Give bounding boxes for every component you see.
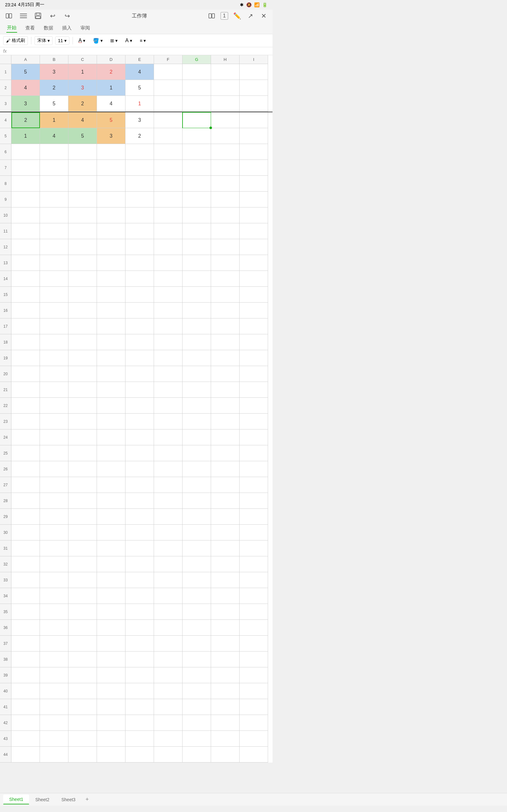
cell-h17[interactable] bbox=[211, 318, 239, 334]
cell-e6[interactable] bbox=[125, 144, 154, 160]
font-selector[interactable]: 宋体 ▾ bbox=[35, 36, 53, 45]
cell-c34[interactable] bbox=[68, 588, 97, 604]
cell-b39[interactable] bbox=[40, 667, 68, 683]
cell-f31[interactable] bbox=[154, 541, 182, 556]
cell-g5[interactable] bbox=[182, 128, 211, 144]
cell-f22[interactable] bbox=[154, 398, 182, 414]
cell-h5[interactable] bbox=[211, 128, 239, 144]
cell-b38[interactable] bbox=[40, 652, 68, 667]
cell-g30[interactable] bbox=[182, 525, 211, 541]
cell-i38[interactable] bbox=[239, 652, 268, 667]
cell-d13[interactable] bbox=[97, 255, 125, 271]
cell-d28[interactable] bbox=[97, 493, 125, 509]
cell-a40[interactable] bbox=[11, 683, 40, 699]
cell-c23[interactable] bbox=[68, 414, 97, 429]
cell-f30[interactable] bbox=[154, 525, 182, 541]
cell-e37[interactable] bbox=[125, 636, 154, 652]
cell-f10[interactable] bbox=[154, 207, 182, 223]
cell-d27[interactable] bbox=[97, 477, 125, 493]
cell-e44[interactable] bbox=[125, 747, 154, 763]
cell-i39[interactable] bbox=[239, 667, 268, 683]
cell-a11[interactable] bbox=[11, 223, 40, 239]
cell-g36[interactable] bbox=[182, 620, 211, 636]
cell-i2[interactable] bbox=[239, 80, 268, 96]
cell-a27[interactable] bbox=[11, 477, 40, 493]
cell-d22[interactable] bbox=[97, 398, 125, 414]
cell-c36[interactable] bbox=[68, 620, 97, 636]
cell-i7[interactable] bbox=[239, 160, 268, 176]
cell-g44[interactable] bbox=[182, 747, 211, 763]
col-header-e[interactable]: E bbox=[125, 55, 154, 64]
cell-e32[interactable] bbox=[125, 556, 154, 572]
cell-f39[interactable] bbox=[154, 667, 182, 683]
cell-g37[interactable] bbox=[182, 636, 211, 652]
cell-b5[interactable]: 4 bbox=[40, 128, 68, 144]
cell-i25[interactable] bbox=[239, 445, 268, 461]
cell-a2[interactable]: 4 bbox=[11, 80, 40, 96]
cell-i41[interactable] bbox=[239, 699, 268, 715]
cell-d42[interactable] bbox=[97, 715, 125, 731]
cell-f16[interactable] bbox=[154, 303, 182, 318]
cell-d16[interactable] bbox=[97, 303, 125, 318]
cell-i14[interactable] bbox=[239, 271, 268, 287]
cell-b19[interactable] bbox=[40, 350, 68, 366]
cell-a17[interactable] bbox=[11, 318, 40, 334]
cell-f4[interactable] bbox=[154, 112, 182, 128]
cell-b27[interactable] bbox=[40, 477, 68, 493]
cell-g29[interactable] bbox=[182, 509, 211, 525]
cell-i15[interactable] bbox=[239, 287, 268, 303]
cell-d2[interactable]: 1 bbox=[97, 80, 125, 96]
cell-e42[interactable] bbox=[125, 715, 154, 731]
cell-c14[interactable] bbox=[68, 271, 97, 287]
cell-g3[interactable] bbox=[182, 96, 211, 112]
format-painter-btn[interactable]: 🖌 格式刷 bbox=[3, 36, 28, 45]
cell-f33[interactable] bbox=[154, 572, 182, 588]
cell-f32[interactable] bbox=[154, 556, 182, 572]
cell-f2[interactable] bbox=[154, 80, 182, 96]
cell-h11[interactable] bbox=[211, 223, 239, 239]
col-header-i[interactable]: I bbox=[239, 55, 268, 64]
cell-h7[interactable] bbox=[211, 160, 239, 176]
cell-a34[interactable] bbox=[11, 588, 40, 604]
cell-a18[interactable] bbox=[11, 334, 40, 350]
cell-h23[interactable] bbox=[211, 414, 239, 429]
cell-a22[interactable] bbox=[11, 398, 40, 414]
cell-f9[interactable] bbox=[154, 192, 182, 207]
col-header-d[interactable]: D bbox=[97, 55, 125, 64]
cell-h16[interactable] bbox=[211, 303, 239, 318]
cell-g4[interactable] bbox=[182, 112, 211, 128]
cell-b43[interactable] bbox=[40, 731, 68, 747]
cell-g35[interactable] bbox=[182, 604, 211, 620]
fill-color-btn[interactable]: 🪣 ▾ bbox=[90, 37, 105, 45]
cell-c21[interactable] bbox=[68, 382, 97, 398]
cell-b24[interactable] bbox=[40, 429, 68, 445]
cell-c38[interactable] bbox=[68, 652, 97, 667]
cell-h39[interactable] bbox=[211, 667, 239, 683]
cell-i4[interactable] bbox=[239, 112, 268, 128]
cell-i34[interactable] bbox=[239, 588, 268, 604]
cell-i8[interactable] bbox=[239, 176, 268, 192]
cell-a19[interactable] bbox=[11, 350, 40, 366]
cell-c30[interactable] bbox=[68, 525, 97, 541]
cell-e10[interactable] bbox=[125, 207, 154, 223]
cell-h43[interactable] bbox=[211, 731, 239, 747]
cell-c35[interactable] bbox=[68, 604, 97, 620]
cell-e40[interactable] bbox=[125, 683, 154, 699]
cell-d38[interactable] bbox=[97, 652, 125, 667]
cell-a41[interactable] bbox=[11, 699, 40, 715]
cell-b16[interactable] bbox=[40, 303, 68, 318]
cell-c26[interactable] bbox=[68, 461, 97, 477]
cell-d26[interactable] bbox=[97, 461, 125, 477]
cell-g39[interactable] bbox=[182, 667, 211, 683]
cell-e35[interactable] bbox=[125, 604, 154, 620]
cell-i1[interactable] bbox=[239, 64, 268, 80]
cell-a9[interactable] bbox=[11, 192, 40, 207]
cell-d44[interactable] bbox=[97, 747, 125, 763]
cell-f26[interactable] bbox=[154, 461, 182, 477]
cell-h21[interactable] bbox=[211, 382, 239, 398]
cell-h18[interactable] bbox=[211, 334, 239, 350]
cell-h26[interactable] bbox=[211, 461, 239, 477]
cell-f21[interactable] bbox=[154, 382, 182, 398]
cell-f6[interactable] bbox=[154, 144, 182, 160]
cell-c27[interactable] bbox=[68, 477, 97, 493]
